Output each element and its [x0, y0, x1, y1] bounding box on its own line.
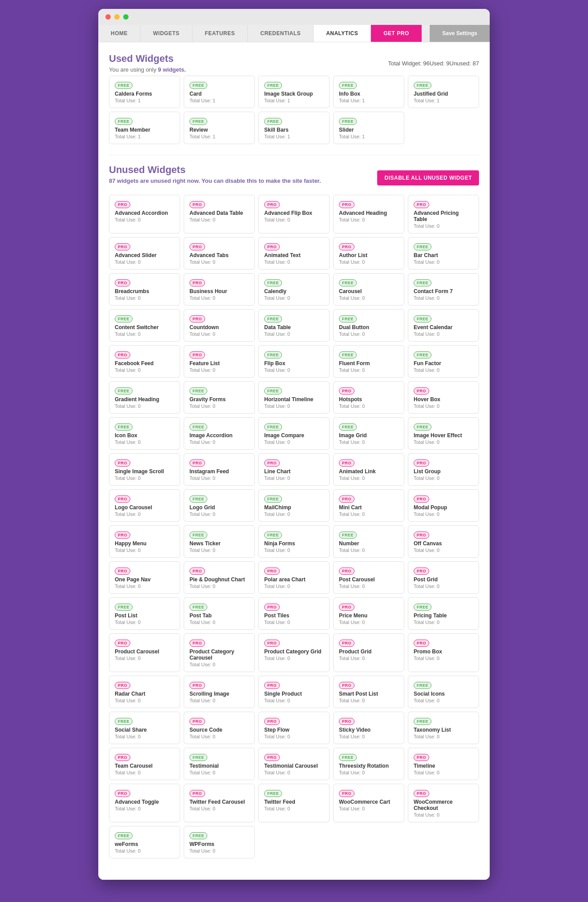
widget-use: Total Use: 0	[414, 698, 473, 703]
widget-use: Total Use: 0	[189, 620, 249, 625]
maximize-dot[interactable]	[123, 14, 129, 20]
unused-widget-card: FREE weForms Total Use: 0	[109, 826, 180, 858]
widget-name: Post Carousel	[339, 576, 399, 583]
tab-widgets[interactable]: WIDGETS	[141, 25, 193, 42]
unused-widget-card: FREE Taxonomy List Total Use: 0	[408, 712, 479, 744]
widget-use: Total Use: 0	[115, 403, 174, 409]
used-stat: Used: 9	[430, 59, 450, 68]
widget-name: Product Grid	[339, 648, 399, 655]
widget-badge: FREE	[339, 315, 357, 322]
widget-name: Post Tab	[189, 612, 249, 619]
unused-widget-card: FREE Carousel Total Use: 0	[333, 273, 404, 306]
unused-widget-card: FREE Logo Grid Total Use: 0	[184, 489, 255, 522]
disable-all-button[interactable]: DISABLE ALL UNUSED WIDGET	[377, 170, 479, 185]
unused-widget-card: PRO Sticky Video Total Use: 0	[333, 712, 404, 744]
widget-name: Modal Popup	[414, 504, 473, 511]
widget-badge: FREE	[189, 118, 207, 125]
unused-widget-card: PRO Smart Post List Total Use: 0	[333, 676, 404, 708]
widget-badge: PRO	[339, 495, 354, 503]
get-pro-button[interactable]: GET PRO	[371, 25, 422, 42]
widget-name: Testimonial Carousel	[264, 763, 324, 769]
used-widgets-grid: FREE Caldera Forms Total Use: 1 FREE Car…	[109, 76, 479, 144]
widget-use: Total Use: 0	[115, 295, 174, 301]
used-widget-card: FREE Skill Bars Total Use: 1	[258, 112, 330, 144]
widget-use: Total Use: 0	[189, 770, 249, 775]
widget-name: WooCommerce Checkout	[414, 799, 473, 811]
widget-use: Total Use: 0	[115, 806, 174, 811]
widget-badge: PRO	[189, 568, 205, 575]
unused-widget-card: FREE Number Total Use: 0	[333, 525, 404, 558]
unused-widget-card: PRO Animated Link Total Use: 0	[333, 453, 404, 486]
widget-use: Total Use: 1	[414, 98, 473, 103]
widget-badge: PRO	[189, 682, 205, 689]
widget-name: Flip Box	[264, 360, 324, 366]
unused-widget-card: PRO Author List Total Use: 0	[333, 237, 404, 270]
widget-use: Total Use: 0	[339, 770, 399, 775]
unused-subtitle-suffix: are unused right now. You can disable th…	[140, 177, 321, 184]
widget-badge: FREE	[189, 423, 207, 431]
widget-name: Animated Link	[339, 468, 399, 475]
widget-use: Total Use: 0	[414, 511, 473, 517]
widget-badge: FREE	[339, 754, 357, 761]
widget-name: Advanced Pricing Table	[414, 210, 473, 222]
unused-widget-card: FREE Icon Box Total Use: 0	[109, 417, 180, 450]
tab-home[interactable]: HOME	[98, 25, 141, 42]
widget-name: Image Grid	[339, 432, 399, 439]
unused-widget-card: PRO Breadcrumbs Total Use: 0	[109, 273, 180, 306]
widget-name: Twitter Feed Carousel	[189, 799, 249, 805]
widget-use: Total Use: 0	[414, 259, 473, 265]
widget-use: Total Use: 0	[339, 584, 399, 589]
widget-name: Taxonomy List	[414, 727, 473, 733]
widget-name: Calendly	[264, 288, 324, 294]
unused-widget-card: PRO Single Product Total Use: 0	[258, 676, 330, 708]
widget-name: Price Menu	[339, 612, 399, 619]
minimize-dot[interactable]	[114, 14, 120, 20]
used-widget-card: FREE Image Stack Group Total Use: 1	[258, 76, 330, 108]
widget-name: Review	[189, 127, 249, 133]
widget-name: Team Member	[115, 127, 174, 133]
widget-badge: FREE	[115, 718, 133, 725]
widget-use: Total Use: 0	[264, 548, 324, 553]
widget-use: Total Use: 1	[189, 134, 249, 139]
unused-widgets-subtitle: 87 widgets are unused right now. You can…	[109, 177, 321, 184]
unused-widget-card: FREE Image Hover Effect Total Use: 0	[408, 417, 479, 450]
widget-use: Total Use: 0	[189, 295, 249, 301]
unused-widget-card: PRO Advanced Slider Total Use: 0	[109, 237, 180, 270]
unused-widget-card: FREE Post Tab Total Use: 0	[184, 597, 255, 630]
widget-badge: FREE	[339, 118, 357, 125]
widget-use: Total Use: 0	[264, 620, 324, 625]
widget-badge: PRO	[414, 790, 429, 797]
widget-use: Total Use: 0	[339, 439, 399, 445]
unused-widget-card: PRO WooCommerce Checkout Total Use: 0	[408, 784, 479, 822]
widget-use: Total Use: 0	[264, 259, 324, 265]
widget-badge: PRO	[264, 243, 280, 250]
tab-features[interactable]: FEATURES	[193, 25, 248, 42]
tab-credentials[interactable]: CREDENTIALS	[248, 25, 314, 42]
unused-widget-card: PRO Business Hour Total Use: 0	[184, 273, 255, 306]
widget-badge: PRO	[339, 459, 354, 467]
widget-badge: PRO	[115, 243, 130, 250]
close-dot[interactable]	[105, 14, 111, 20]
unused-widget-card: PRO Advanced Data Table Total Use: 0	[184, 195, 255, 234]
widget-badge: FREE	[264, 351, 282, 358]
widget-badge: PRO	[115, 682, 130, 689]
save-settings-button[interactable]: Save Settings	[430, 25, 490, 42]
widget-badge: PRO	[115, 459, 130, 467]
tab-analytics[interactable]: ANALYTICS	[314, 25, 371, 42]
widget-badge: PRO	[264, 754, 280, 761]
widget-badge: FREE	[189, 832, 207, 839]
widget-name: Advanced Toggle	[115, 799, 174, 805]
widget-use: Total Use: 0	[339, 806, 399, 811]
widget-name: Logo Grid	[189, 504, 249, 511]
widget-use: Total Use: 0	[264, 331, 324, 337]
widget-badge: PRO	[414, 201, 429, 208]
widget-badge: PRO	[189, 315, 205, 322]
widget-use: Total Use: 0	[339, 656, 399, 661]
unused-widget-card: PRO One Page Nav Total Use: 0	[109, 561, 180, 594]
widget-badge: PRO	[264, 718, 280, 725]
widget-use: Total Use: 0	[264, 511, 324, 517]
widget-use: Total Use: 0	[339, 511, 399, 517]
widget-use: Total Use: 0	[189, 403, 249, 409]
unused-widget-card: PRO Timeline Total Use: 0	[408, 748, 479, 780]
unused-widget-card: FREE Data Table Total Use: 0	[258, 309, 330, 342]
